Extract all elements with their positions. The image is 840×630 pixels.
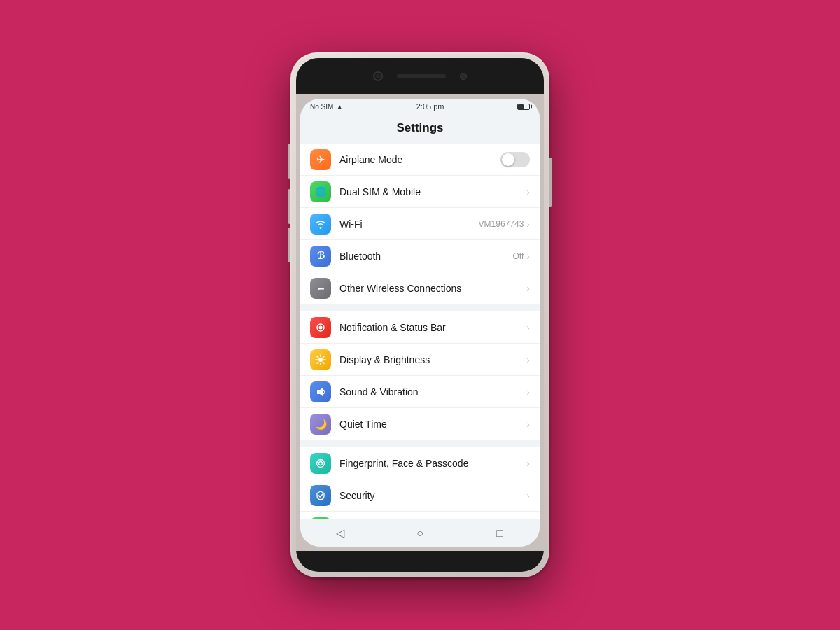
status-left: No SIM ▲ (310, 103, 343, 111)
wifi-value: VM1967743 (479, 219, 524, 229)
dual-sim-chevron: › (526, 186, 530, 197)
phone-device: No SIM ▲ 2:05 pm Settings (290, 52, 550, 578)
battery-status-icon (517, 104, 530, 110)
svg-line-7 (317, 356, 318, 357)
home-button[interactable]: ○ (412, 526, 428, 541)
section-security: Fingerprint, Face & Passcode › Security (300, 447, 540, 519)
airplane-mode-label: Airplane Mode (340, 154, 500, 165)
dual-sim-label: Dual SIM & Mobile (340, 186, 526, 197)
home-icon: ○ (416, 527, 424, 540)
other-wireless-icon: ••• (310, 278, 331, 299)
svg-point-1 (319, 326, 323, 329)
sound-chevron: › (526, 386, 530, 398)
other-wireless-label: Other Wireless Connections (340, 283, 526, 294)
fingerprint-chevron: › (526, 458, 530, 469)
bluetooth-chevron: › (526, 251, 530, 262)
quiet-time-chevron: › (526, 419, 530, 430)
other-wireless-chevron: › (526, 283, 530, 294)
settings-list: ✈ Airplane Mode 🌐 Dual SIM & Mobile › (300, 144, 540, 519)
svg-line-9 (323, 356, 324, 357)
back-icon: ◁ (336, 526, 344, 540)
bottom-navigation: ◁ ○ □ (300, 519, 540, 547)
recent-icon: □ (496, 527, 503, 540)
battery-icon (310, 517, 331, 519)
back-button[interactable]: ◁ (332, 526, 348, 541)
status-bar: No SIM ▲ 2:05 pm (300, 99, 540, 114)
settings-item-battery[interactable]: Battery › (300, 512, 540, 519)
settings-item-security[interactable]: Security › (300, 479, 540, 512)
svg-point-13 (319, 461, 323, 465)
notification-label: Notification & Status Bar (340, 322, 526, 333)
display-icon (310, 349, 331, 370)
section-gap-1 (300, 306, 540, 312)
svg-line-8 (323, 362, 324, 363)
settings-item-bluetooth[interactable]: ℬ Bluetooth Off › (300, 240, 540, 272)
settings-item-other-wireless[interactable]: ••• Other Wireless Connections › (300, 272, 540, 304)
section-gap-2 (300, 442, 540, 447)
display-chevron: › (526, 354, 530, 365)
settings-item-dual-sim[interactable]: 🌐 Dual SIM & Mobile › (300, 176, 540, 208)
bottom-home-bar (296, 551, 544, 572)
battery-fill (518, 104, 524, 109)
display-label: Display & Brightness (340, 354, 526, 365)
svg-point-2 (318, 358, 323, 362)
section-connectivity: ✈ Airplane Mode 🌐 Dual SIM & Mobile › (300, 144, 540, 304)
svg-line-10 (317, 362, 318, 363)
front-sensor (460, 73, 467, 80)
settings-item-sound[interactable]: Sound & Vibration › (300, 376, 540, 408)
wifi-icon (310, 214, 331, 234)
airplane-mode-icon: ✈ (310, 149, 331, 170)
wifi-status-icon: ▲ (336, 103, 343, 111)
recent-apps-button[interactable]: □ (492, 526, 507, 541)
settings-item-airplane-mode[interactable]: ✈ Airplane Mode (300, 144, 540, 176)
bluetooth-icon: ℬ (310, 246, 331, 267)
quiet-time-label: Quiet Time (340, 419, 526, 430)
quiet-time-icon: 🌙 (310, 414, 331, 435)
wifi-chevron: › (526, 218, 530, 230)
wifi-label: Wi-Fi (340, 218, 479, 230)
top-camera-bar (296, 58, 544, 94)
dual-sim-icon: 🌐 (310, 181, 331, 202)
sound-label: Sound & Vibration (340, 386, 526, 398)
airplane-mode-toggle[interactable] (500, 152, 530, 167)
settings-item-fingerprint[interactable]: Fingerprint, Face & Passcode › (300, 447, 540, 479)
svg-marker-11 (317, 388, 323, 396)
fingerprint-label: Fingerprint, Face & Passcode (340, 458, 526, 469)
settings-item-quiet-time[interactable]: 🌙 Quiet Time › (300, 408, 540, 440)
phone-inner: No SIM ▲ 2:05 pm Settings (296, 58, 544, 572)
status-time: 2:05 pm (416, 102, 444, 111)
section-display: Notification & Status Bar › (300, 312, 540, 440)
front-camera (373, 71, 383, 81)
security-icon (310, 485, 331, 506)
security-label: Security (340, 490, 526, 501)
bluetooth-label: Bluetooth (340, 251, 513, 262)
page-title: Settings (300, 114, 540, 144)
notification-icon (310, 317, 331, 338)
settings-item-notification[interactable]: Notification & Status Bar › (300, 312, 540, 344)
phone-screen: No SIM ▲ 2:05 pm Settings (300, 99, 540, 547)
security-chevron: › (526, 490, 530, 501)
earpiece-speaker (397, 74, 446, 78)
settings-item-display[interactable]: Display & Brightness › (300, 344, 540, 376)
status-right (517, 104, 530, 110)
notification-chevron: › (526, 322, 530, 333)
settings-item-wifi[interactable]: Wi-Fi VM1967743 › (300, 208, 540, 240)
bluetooth-value: Off (513, 251, 524, 261)
sound-icon (310, 382, 331, 402)
fingerprint-icon (310, 453, 331, 474)
sim-status: No SIM (310, 103, 333, 111)
